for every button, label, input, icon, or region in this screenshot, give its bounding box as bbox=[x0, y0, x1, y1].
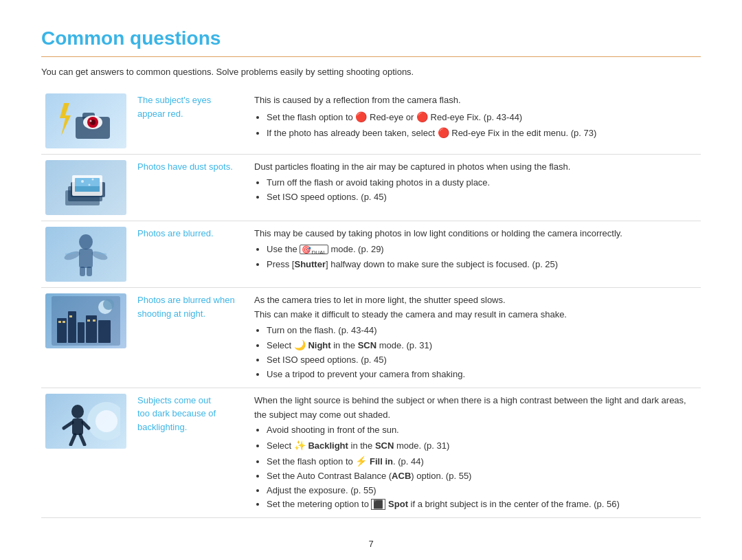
svg-rect-36 bbox=[93, 320, 95, 322]
page-title: Common questions bbox=[41, 27, 701, 49]
row-link-cell: The subject's eyesappear red. bbox=[131, 88, 247, 155]
row-link-cell: Photos are blurred. bbox=[131, 221, 247, 288]
row-link-night[interactable]: Photos are blurred whenshooting at night… bbox=[137, 295, 235, 319]
row-image-cell bbox=[41, 221, 131, 288]
row-image-red-eye bbox=[45, 93, 126, 148]
svg-rect-32 bbox=[58, 321, 61, 323]
row-content-blurred: This may be caused by taking photos in l… bbox=[247, 221, 701, 288]
svg-point-15 bbox=[89, 184, 91, 186]
svg-point-26 bbox=[103, 299, 114, 310]
row-link-blurred[interactable]: Photos are blurred. bbox=[137, 228, 214, 238]
row-link-red-eye[interactable]: The subject's eyesappear red. bbox=[137, 95, 211, 119]
svg-rect-40 bbox=[72, 418, 83, 435]
svg-line-44 bbox=[80, 435, 85, 445]
backlight-illustration bbox=[52, 396, 120, 446]
row-link-backlight[interactable]: Subjects come outtoo dark because ofback… bbox=[137, 395, 216, 432]
svg-point-39 bbox=[71, 405, 84, 418]
svg-point-38 bbox=[95, 410, 117, 432]
title-divider bbox=[41, 56, 701, 57]
table-row: The subject's eyesappear red. This is ca… bbox=[41, 88, 701, 155]
svg-rect-21 bbox=[87, 267, 92, 276]
svg-line-43 bbox=[71, 435, 75, 445]
svg-point-14 bbox=[92, 179, 94, 181]
row-image-blurred bbox=[45, 227, 126, 282]
svg-rect-20 bbox=[80, 267, 85, 276]
svg-point-18 bbox=[63, 249, 81, 262]
table-row: Photos are blurred whenshooting at night… bbox=[41, 288, 701, 388]
svg-line-41 bbox=[64, 423, 72, 428]
page-number: 7 bbox=[41, 539, 701, 549]
svg-point-16 bbox=[79, 234, 93, 249]
svg-rect-17 bbox=[79, 249, 93, 268]
row-content-night: As the camera tries to let in more light… bbox=[247, 288, 701, 388]
svg-rect-34 bbox=[69, 315, 72, 317]
row-content-backlight: When the light source is behind the subj… bbox=[247, 388, 701, 517]
svg-rect-35 bbox=[87, 320, 90, 322]
row-image-cell bbox=[41, 88, 131, 155]
night-illustration bbox=[52, 296, 120, 346]
blurred-illustration bbox=[52, 229, 120, 279]
row-image-dust bbox=[45, 160, 126, 215]
row-image-cell bbox=[41, 288, 131, 388]
row-content-red-eye: This is caused by a reflection from the … bbox=[247, 88, 701, 155]
dust-illustration bbox=[52, 163, 120, 212]
red-eye-illustration bbox=[52, 96, 120, 146]
row-content-dust: Dust particles floating in the air may b… bbox=[247, 155, 701, 221]
table-row: Photos have dust spots. Dust particles f… bbox=[41, 155, 701, 221]
svg-marker-0 bbox=[60, 103, 71, 136]
svg-rect-31 bbox=[98, 320, 111, 343]
row-image-cell bbox=[41, 388, 131, 517]
svg-rect-29 bbox=[78, 322, 85, 343]
row-link-dust[interactable]: Photos have dust spots. bbox=[137, 161, 233, 172]
svg-point-13 bbox=[81, 180, 84, 183]
questions-table: The subject's eyesappear red. This is ca… bbox=[41, 88, 701, 518]
svg-point-19 bbox=[91, 249, 109, 262]
intro-text: You can get answers to common questions.… bbox=[41, 67, 701, 77]
row-image-night bbox=[45, 293, 126, 348]
row-image-cell bbox=[41, 155, 131, 221]
table-row: Subjects come outtoo dark because ofback… bbox=[41, 388, 701, 517]
table-row: Photos are blurred. This may be caused b… bbox=[41, 221, 701, 288]
row-link-cell: Photos have dust spots. bbox=[131, 155, 247, 221]
row-image-backlight bbox=[45, 394, 126, 449]
svg-point-6 bbox=[90, 120, 92, 122]
row-link-cell: Subjects come outtoo dark because ofback… bbox=[131, 388, 247, 517]
svg-rect-12 bbox=[75, 186, 100, 192]
svg-rect-33 bbox=[63, 321, 65, 323]
row-link-cell: Photos are blurred whenshooting at night… bbox=[131, 288, 247, 388]
